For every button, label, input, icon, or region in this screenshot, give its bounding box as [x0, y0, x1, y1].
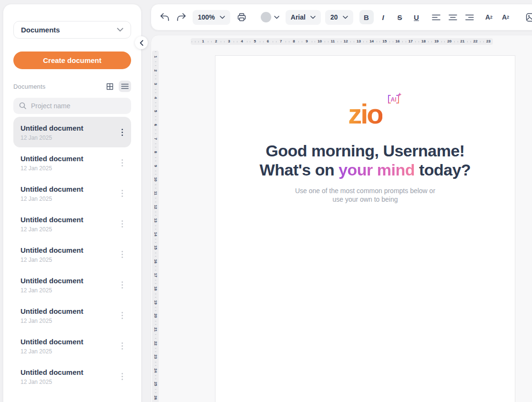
ruler-number: 21	[153, 326, 158, 333]
font-size-dropdown[interactable]: 20	[325, 10, 353, 25]
zoom-dropdown[interactable]: 100%	[193, 10, 230, 25]
ruler-number: 8	[291, 39, 296, 44]
svg-text:AI: AI	[390, 96, 396, 103]
greeting-line2-prefix: What's on	[260, 161, 339, 179]
ruler-number: 18	[420, 39, 427, 44]
ruler-number: 7	[153, 136, 158, 141]
grid-view-button[interactable]	[103, 81, 116, 92]
ruler-number: 19	[433, 39, 440, 44]
italic-button[interactable]: I	[376, 10, 390, 24]
document-date: 12 Jan 2025	[20, 318, 83, 324]
ruler-number: 12	[153, 203, 158, 210]
document-title: Untitled document	[20, 185, 83, 194]
document-title: Untitled document	[20, 276, 83, 286]
subtitle-line1: Use one of the most common prompts below…	[295, 187, 435, 195]
greeting-line1: Good morning, Username!	[266, 142, 464, 160]
document-item-texts: Untitled document 12 Jan 2025	[20, 368, 83, 385]
superscript-button[interactable]: A2	[482, 10, 496, 24]
document-list-item[interactable]: Untitled document 12 Jan 2025	[13, 208, 131, 239]
horizontal-ruler[interactable]: 1234567891011121314151617181920212223	[191, 38, 493, 45]
document-page[interactable]: zio AI Good mor	[215, 55, 515, 402]
document-title: Untitled document	[20, 246, 83, 255]
editor-toolbar: 100% Arial 20 B I S U	[151, 4, 532, 31]
document-list-item[interactable]: Untitled document 12 Jan 2025	[13, 300, 131, 330]
align-right-button[interactable]	[462, 10, 477, 24]
undo-button[interactable]	[157, 10, 172, 24]
workspace-selector[interactable]: Documents	[13, 21, 131, 39]
ruler-number: 3	[153, 82, 158, 86]
chevron-down-icon	[310, 16, 316, 19]
grid-view-icon	[106, 82, 114, 91]
document-title: Untitled document	[20, 215, 83, 225]
ruler-number: 22	[472, 39, 479, 44]
document-menu-button[interactable]	[116, 186, 128, 200]
superscript-base: A	[485, 13, 490, 21]
text-color-button[interactable]	[259, 10, 281, 24]
document-item-texts: Untitled document 12 Jan 2025	[20, 215, 83, 233]
align-left-icon	[432, 14, 440, 21]
document-item-texts: Untitled document 12 Jan 2025	[20, 337, 83, 355]
document-list-item[interactable]: Untitled document 12 Jan 2025	[13, 239, 131, 269]
search-input[interactable]	[31, 102, 125, 110]
list-view-button[interactable]	[119, 81, 131, 92]
ruler-number: 4	[153, 95, 158, 100]
vertical-ruler[interactable]: 1234567891011121314151617181920212223242…	[152, 51, 159, 402]
document-menu-button[interactable]	[116, 247, 128, 261]
logo-row: zio AI	[348, 100, 382, 128]
document-menu-button[interactable]	[116, 216, 128, 231]
redo-button[interactable]	[174, 10, 188, 24]
document-list: Untitled document 12 Jan 2025 Untitled d…	[13, 117, 131, 392]
document-list-item[interactable]: Untitled document 12 Jan 2025	[13, 117, 131, 147]
insert-image-button[interactable]	[523, 10, 532, 24]
superscript-mark: 2	[490, 15, 492, 20]
create-document-button[interactable]: Create document	[13, 52, 131, 69]
align-left-button[interactable]	[429, 10, 443, 24]
ruler-number: 9	[304, 39, 309, 44]
document-date: 12 Jan 2025	[20, 287, 83, 294]
document-menu-button[interactable]	[116, 125, 128, 139]
chevron-down-icon	[343, 16, 348, 19]
ruler-number: 16	[394, 39, 401, 44]
ruler-number: 6	[153, 123, 158, 127]
font-family-value: Arial	[291, 13, 306, 21]
document-menu-button[interactable]	[116, 278, 128, 292]
underline-button[interactable]: U	[409, 10, 424, 24]
document-list-item[interactable]: Untitled document 12 Jan 2025	[13, 178, 131, 208]
document-list-item[interactable]: Untitled document 12 Jan 2025	[13, 361, 131, 392]
zio-logo: zio	[348, 98, 382, 129]
ruler-number: 24	[153, 367, 158, 374]
print-button[interactable]	[235, 10, 249, 24]
undo-icon	[160, 13, 170, 21]
font-family-dropdown[interactable]: Arial	[286, 10, 321, 25]
editor-canvas: 1234567891011121314151617181920212223 12…	[151, 35, 532, 402]
color-swatch	[261, 12, 271, 22]
ruler-number: 20	[153, 312, 158, 320]
ruler-number: 1	[153, 54, 158, 59]
ruler-number: 15	[381, 39, 388, 44]
document-date: 12 Jan 2025	[20, 134, 83, 141]
bold-button[interactable]: B	[359, 10, 374, 24]
document-date: 12 Jan 2025	[20, 196, 83, 202]
document-list-item[interactable]: Untitled document 12 Jan 2025	[13, 269, 131, 300]
ruler-number: 15	[153, 244, 158, 251]
document-menu-button[interactable]	[116, 369, 128, 383]
strikethrough-button[interactable]: S	[393, 10, 407, 24]
ruler-number: 8	[153, 150, 158, 155]
subscript-button[interactable]: A2	[499, 10, 513, 24]
document-list-item[interactable]: Untitled document 12 Jan 2025	[13, 330, 131, 361]
document-list-item[interactable]: Untitled document 12 Jan 2025	[13, 147, 131, 178]
document-date: 12 Jan 2025	[20, 348, 83, 355]
document-item-texts: Untitled document 12 Jan 2025	[20, 246, 83, 263]
align-center-button[interactable]	[446, 10, 460, 24]
document-title: Untitled document	[20, 307, 83, 316]
search-box	[13, 98, 131, 114]
ruler-number: 4	[239, 39, 244, 44]
ruler-number: 2	[153, 68, 158, 72]
collapse-sidebar-button[interactable]	[135, 36, 148, 49]
document-menu-button[interactable]	[116, 155, 128, 170]
image-icon	[525, 12, 532, 22]
document-menu-button[interactable]	[116, 339, 128, 353]
chevron-down-icon	[220, 16, 225, 19]
search-icon	[19, 102, 27, 110]
document-menu-button[interactable]	[116, 308, 128, 322]
